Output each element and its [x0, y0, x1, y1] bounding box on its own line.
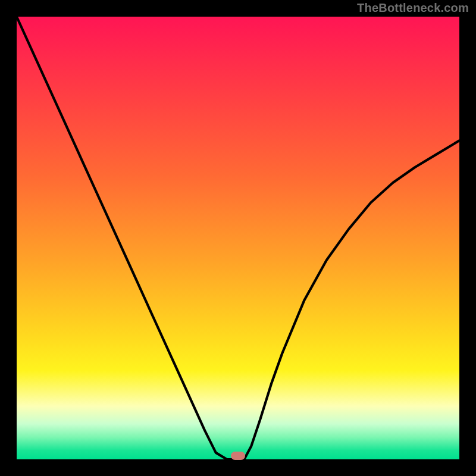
watermark-text: TheBottleneck.com	[357, 1, 469, 15]
bottleneck-curve	[17, 17, 459, 459]
chart-frame: TheBottleneck.com	[0, 0, 476, 476]
plot-area	[17, 17, 459, 459]
optimal-point-marker	[231, 452, 245, 460]
